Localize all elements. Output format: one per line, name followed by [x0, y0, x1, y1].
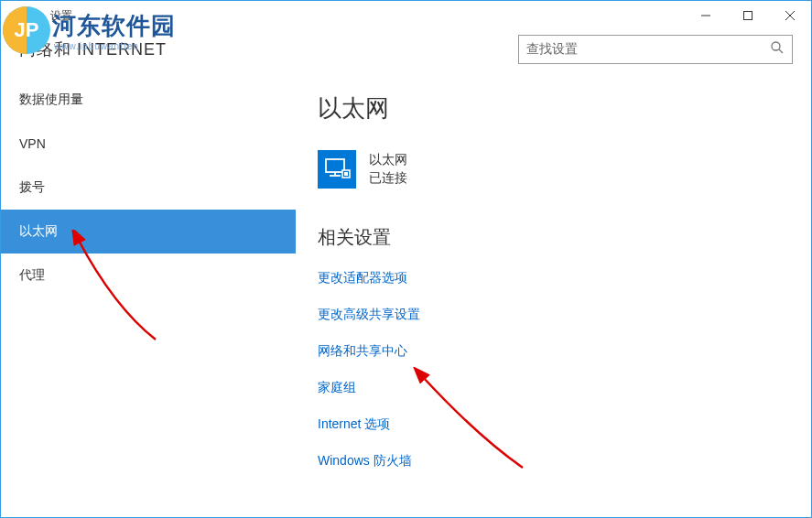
svg-rect-6	[326, 159, 344, 172]
network-name: 以太网	[369, 151, 407, 169]
svg-rect-10	[344, 172, 348, 176]
sidebar-item-data-usage[interactable]: 数据使用量	[1, 78, 296, 122]
network-info: 以太网 已连接	[369, 151, 407, 187]
sidebar-item-label: 以太网	[19, 223, 58, 240]
related-settings-title: 相关设置	[318, 225, 811, 250]
network-status: 已连接	[369, 169, 407, 188]
close-button[interactable]	[769, 1, 811, 30]
svg-line-5	[779, 49, 783, 53]
svg-point-4	[772, 42, 780, 50]
svg-rect-1	[744, 12, 752, 20]
sidebar-item-label: 代理	[19, 267, 45, 284]
ethernet-icon	[318, 150, 356, 189]
sidebar-item-dialup[interactable]: 拨号	[1, 166, 296, 210]
sidebar-item-label: VPN	[19, 136, 46, 151]
link-internet-options[interactable]: Internet 选项	[318, 416, 811, 433]
sidebar-item-ethernet[interactable]: 以太网	[1, 210, 296, 254]
network-item-ethernet[interactable]: 以太网 已连接	[318, 150, 811, 189]
page-heading: 网络和 INTERNET	[19, 38, 518, 60]
link-windows-firewall[interactable]: Windows 防火墙	[318, 453, 811, 469]
titlebar: 设置	[1, 1, 811, 30]
main-panel: 以太网 以太网 已连接 相关设置 更改适配器选项 更改高级共享设置 网络和共享中…	[296, 78, 811, 517]
link-adapter-options[interactable]: 更改适配器选项	[318, 270, 811, 286]
back-button[interactable]	[1, 1, 47, 30]
sidebar: 数据使用量 VPN 拨号 以太网 代理	[1, 78, 296, 517]
sidebar-item-vpn[interactable]: VPN	[1, 122, 296, 166]
window-controls	[685, 1, 811, 30]
header-row: 网络和 INTERNET 查找设置	[1, 30, 811, 78]
sidebar-item-label: 拨号	[19, 179, 45, 196]
sidebar-item-proxy[interactable]: 代理	[1, 254, 296, 297]
search-icon	[770, 40, 785, 59]
section-title: 以太网	[318, 92, 811, 124]
minimize-button[interactable]	[685, 1, 727, 30]
sidebar-item-label: 数据使用量	[19, 92, 83, 108]
search-input[interactable]: 查找设置	[518, 35, 793, 64]
window-title: 设置	[50, 8, 72, 24]
search-placeholder: 查找设置	[526, 41, 770, 58]
content-area: 数据使用量 VPN 拨号 以太网 代理 以太网 以太网 已连接 相关设置	[1, 78, 811, 517]
link-network-sharing-center[interactable]: 网络和共享中心	[318, 343, 811, 360]
maximize-button[interactable]	[727, 1, 769, 30]
link-homegroup[interactable]: 家庭组	[318, 380, 811, 396]
link-advanced-sharing[interactable]: 更改高级共享设置	[318, 307, 811, 323]
